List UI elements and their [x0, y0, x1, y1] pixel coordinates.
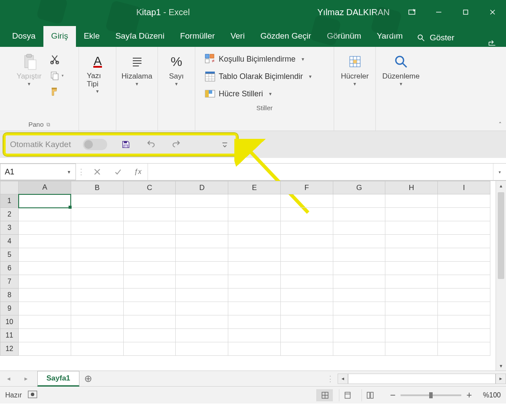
copy-button[interactable]: ▾ [48, 69, 66, 82]
scroll-thumb[interactable] [498, 192, 504, 279]
cancel-formula-button[interactable] [86, 164, 107, 180]
zoom-out-button[interactable]: − [388, 390, 397, 401]
insert-function-button[interactable]: ƒx [128, 164, 148, 180]
autosave-toggle[interactable] [83, 139, 107, 150]
tab-formuller[interactable]: Formüller [172, 26, 223, 47]
formula-bar: A1 ▼ ⋮ ƒx ▾ [0, 163, 506, 180]
cell-styles-button[interactable]: Hücre Stilleri▼ [202, 85, 327, 102]
col-header-H[interactable]: H [385, 181, 438, 194]
sheet-nav-prev-icon[interactable]: ◄ [0, 376, 17, 382]
ribbon: Yapıştır ▼ ▾ Pano⧉ A Yazı Tipi ▼ H [0, 47, 506, 131]
maximize-button[interactable] [452, 0, 479, 24]
row-header-11[interactable]: 11 [0, 329, 19, 342]
macro-record-icon[interactable] [28, 390, 37, 400]
paste-button[interactable]: Yapıştır ▼ [13, 50, 45, 87]
view-page-layout-button[interactable] [339, 389, 355, 401]
hscroll-track[interactable] [348, 374, 496, 384]
cell-A1[interactable] [19, 194, 71, 208]
pano-dialog-launcher-icon[interactable]: ⧉ [46, 121, 50, 128]
collapse-ribbon-icon[interactable]: ˄ [499, 121, 502, 128]
group-pano: Yapıştır ▼ ▾ Pano⧉ [0, 47, 79, 131]
tell-me-search[interactable]: Göster [411, 29, 460, 47]
spreadsheet-grid[interactable]: A B C D E F G H I 1 2 3 4 5 6 7 8 9 10 1… [0, 181, 490, 356]
scroll-down-icon[interactable]: ▼ [496, 361, 506, 371]
new-sheet-button[interactable]: ⊕ [79, 373, 97, 384]
row-header-8[interactable]: 8 [0, 289, 19, 302]
alignment-button[interactable]: Hizalama ▼ [118, 50, 156, 87]
hscroll-left-icon[interactable]: ◄ [338, 374, 348, 384]
tab-ekle[interactable]: Ekle [76, 26, 108, 47]
col-header-G[interactable]: G [333, 181, 385, 194]
col-header-E[interactable]: E [228, 181, 281, 194]
format-painter-button[interactable] [48, 85, 66, 99]
minimize-button[interactable] [425, 0, 452, 24]
col-header-C[interactable]: C [123, 181, 176, 194]
share-button[interactable] [483, 37, 502, 47]
hscroll-right-icon[interactable]: ► [496, 374, 506, 384]
select-all-corner[interactable] [0, 181, 19, 194]
format-as-table-button[interactable]: Tablo Olarak Biçimlendir▼ [202, 68, 327, 85]
tab-sayfa-duzeni[interactable]: Sayfa Düzeni [108, 26, 172, 47]
view-page-break-button[interactable] [361, 389, 378, 401]
svg-point-49 [31, 393, 34, 396]
svg-rect-39 [353, 60, 357, 63]
undo-button[interactable] [145, 138, 158, 151]
zoom-value[interactable]: %100 [483, 391, 501, 399]
row-header-2[interactable]: 2 [0, 208, 19, 221]
tab-gorunum[interactable]: Görünüm [319, 26, 369, 47]
close-button[interactable] [479, 0, 506, 24]
horizontal-scrollbar[interactable]: ◄ ► [338, 374, 506, 384]
conditional-formatting-button[interactable]: ≠ Koşullu Biçimlendirme▼ [202, 50, 327, 68]
svg-line-41 [403, 63, 407, 67]
row-header-1[interactable]: 1 [0, 194, 19, 208]
vertical-scrollbar[interactable]: ▲ ▼ [496, 181, 506, 371]
col-header-F[interactable]: F [280, 181, 333, 194]
ribbon-display-options-icon[interactable] [398, 0, 425, 24]
svg-text:A: A [93, 54, 102, 68]
zoom-in-button[interactable]: + [465, 390, 473, 401]
tab-yardim[interactable]: Yardım [369, 26, 411, 47]
number-button[interactable]: % Sayı ▼ [165, 50, 187, 87]
autosave-label: Otomatik Kaydet [10, 140, 71, 149]
title-bar: Kitap1 - Excel Yılmaz DALKIRAN [0, 0, 506, 24]
row-header-3[interactable]: 3 [0, 221, 19, 235]
group-styles-label: Stiller [256, 104, 273, 112]
customize-qat-button[interactable] [218, 138, 231, 151]
row-header-10[interactable]: 10 [0, 315, 19, 329]
tab-gozden-gecir[interactable]: Gözden Geçir [253, 26, 319, 47]
svg-rect-16 [93, 66, 102, 68]
font-button[interactable]: A Yazı Tipi ▼ [83, 50, 112, 95]
sheet-tab-sayfa1[interactable]: Sayfa1 [37, 371, 79, 387]
svg-rect-2 [463, 10, 468, 14]
row-header-7[interactable]: 7 [0, 275, 19, 289]
user-name[interactable]: Yılmaz DALKIRAN [309, 7, 398, 17]
save-button[interactable] [119, 138, 132, 151]
col-header-A[interactable]: A [19, 181, 71, 194]
svg-rect-56 [371, 392, 373, 398]
row-header-12[interactable]: 12 [0, 342, 19, 356]
scroll-up-icon[interactable]: ▲ [496, 181, 506, 190]
name-box[interactable]: A1 ▼ [0, 164, 76, 180]
tab-dosya[interactable]: Dosya [4, 26, 43, 47]
col-header-B[interactable]: B [71, 181, 123, 194]
col-header-I[interactable]: I [438, 181, 490, 194]
tab-veri[interactable]: Veri [223, 26, 253, 47]
cut-button[interactable] [48, 52, 66, 66]
status-ready: Hazır [5, 391, 22, 399]
row-header-6[interactable]: 6 [0, 262, 19, 275]
zoom-slider[interactable] [401, 394, 461, 396]
row-header-9[interactable]: 9 [0, 302, 19, 315]
enter-formula-button[interactable] [107, 164, 128, 180]
editing-button[interactable]: Düzenleme▼ [379, 50, 423, 87]
redo-button[interactable] [170, 138, 183, 151]
view-normal-button[interactable] [316, 389, 333, 401]
sheet-nav-next-icon[interactable]: ► [17, 376, 35, 382]
cells-button[interactable]: Hücreler▼ [337, 50, 372, 87]
row-header-4[interactable]: 4 [0, 235, 19, 248]
tab-giris[interactable]: Giriş [43, 26, 76, 47]
name-box-dropdown-icon[interactable]: ▼ [67, 170, 71, 174]
expand-formula-bar-icon[interactable]: ▾ [493, 164, 506, 180]
row-header-5[interactable]: 5 [0, 248, 19, 262]
col-header-D[interactable]: D [176, 181, 228, 194]
formula-input[interactable] [148, 164, 493, 180]
